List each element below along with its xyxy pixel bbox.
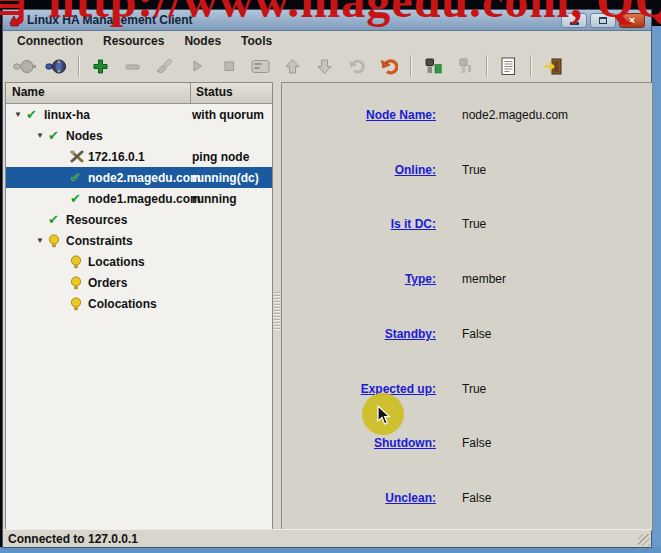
detail-row-online-: Online:True bbox=[282, 163, 652, 177]
detail-row-shutdown-: Shutdown:False bbox=[282, 436, 652, 450]
move-down-icon bbox=[316, 58, 333, 75]
tree-header[interactable]: Name Status bbox=[6, 83, 272, 104]
expander-icon[interactable]: ▼ bbox=[10, 110, 26, 119]
detail-value: True bbox=[462, 163, 486, 177]
cluster-tree-panel: Name Status ▼✔linux-hawith quorum▼✔Nodes… bbox=[5, 82, 273, 531]
detail-label-link[interactable]: Shutdown: bbox=[282, 436, 436, 450]
connect-button[interactable] bbox=[43, 53, 70, 79]
mouse-cursor-icon bbox=[377, 405, 391, 429]
title-bar[interactable]: Linux HA Management Client × bbox=[3, 10, 651, 31]
detail-value: False bbox=[462, 491, 491, 505]
tree-item-label: node2.magedu.com bbox=[88, 171, 201, 185]
detail-value: node2.magedu.com bbox=[462, 108, 568, 122]
undo-icon bbox=[348, 58, 365, 74]
connect-icon bbox=[45, 59, 69, 74]
menu-bar: ConnectionResourcesNodesTools bbox=[3, 31, 651, 51]
standby-button[interactable] bbox=[419, 53, 446, 79]
cleanup-icon bbox=[155, 58, 174, 74]
disconnect-button bbox=[11, 53, 38, 79]
main-area: Name Status ▼✔linux-hawith quorum▼✔Nodes… bbox=[3, 82, 651, 531]
panel-splitter[interactable] bbox=[273, 82, 281, 531]
tree-item-label: Resources bbox=[66, 213, 127, 227]
tree-row-resources[interactable]: ✔Resources bbox=[6, 209, 272, 230]
tree-row-locations[interactable]: Locations bbox=[6, 251, 272, 272]
bulb-icon bbox=[70, 276, 88, 290]
status-bar: Connected to 127.0.0.1 bbox=[3, 529, 651, 547]
tree-item-label: Colocations bbox=[88, 297, 157, 311]
close-icon: × bbox=[629, 15, 635, 26]
bulb-icon bbox=[48, 234, 66, 248]
detail-row-is-it-dc-: Is it DC:True bbox=[282, 217, 652, 231]
tree-item-label: Constraints bbox=[66, 234, 133, 248]
application-window: Linux HA Management Client × ConnectionR… bbox=[2, 9, 652, 548]
add-button[interactable] bbox=[87, 53, 114, 79]
standby-icon bbox=[424, 58, 442, 74]
tree-row-172-16-0-1[interactable]: 172.16.0.1ping node bbox=[6, 146, 272, 167]
detail-label-link[interactable]: Is it DC: bbox=[282, 217, 436, 231]
menu-connection[interactable]: Connection bbox=[7, 32, 93, 50]
menu-resources[interactable]: Resources bbox=[93, 32, 174, 50]
detail-label-link[interactable]: Unclean: bbox=[282, 491, 436, 505]
bulb-icon bbox=[70, 297, 88, 311]
toolbar bbox=[3, 50, 651, 83]
tree-row-constraints[interactable]: ▼Constraints bbox=[6, 230, 272, 251]
column-header-status[interactable]: Status bbox=[196, 85, 233, 99]
toolbar-separator bbox=[530, 55, 532, 77]
detail-row-unclean-: Unclean:False bbox=[282, 491, 652, 505]
detail-label-link[interactable]: Node Name: bbox=[282, 108, 436, 122]
detail-label-link[interactable]: Standby: bbox=[282, 327, 436, 341]
tree-row-nodes[interactable]: ▼✔Nodes bbox=[6, 125, 272, 146]
resize-grip[interactable] bbox=[638, 534, 650, 546]
expander-icon[interactable]: ▼ bbox=[32, 131, 48, 140]
add-icon bbox=[92, 58, 109, 75]
detail-row-type-: Type:member bbox=[282, 272, 652, 286]
close-button[interactable]: × bbox=[619, 13, 645, 28]
remove-icon bbox=[124, 58, 141, 75]
menu-nodes[interactable]: Nodes bbox=[174, 32, 231, 50]
tree-row-node2-magedu-com[interactable]: ✔node2.magedu.comrunning(dc) bbox=[6, 167, 272, 188]
detail-label-link[interactable]: Type: bbox=[282, 272, 436, 286]
revert-icon bbox=[380, 58, 398, 75]
tree-item-label: 172.16.0.1 bbox=[88, 150, 145, 164]
tree-item-label: node1.magedu.com bbox=[88, 192, 201, 206]
view-log-button[interactable] bbox=[495, 53, 522, 79]
revert-button[interactable] bbox=[375, 53, 402, 79]
tree-item-status: with quorum bbox=[192, 108, 264, 122]
tools-icon bbox=[70, 150, 88, 163]
detail-row-standby-: Standby:False bbox=[282, 327, 652, 341]
detail-value: member bbox=[462, 272, 506, 286]
minimize-button[interactable] bbox=[561, 13, 587, 28]
tree-row-linux-ha[interactable]: ▼✔linux-hawith quorum bbox=[6, 104, 272, 125]
column-divider[interactable] bbox=[190, 83, 191, 103]
check-icon: ✔ bbox=[70, 170, 88, 185]
check-icon: ✔ bbox=[26, 107, 44, 122]
default-icon bbox=[251, 59, 270, 74]
maximize-button[interactable] bbox=[590, 13, 616, 28]
activate-button bbox=[451, 53, 478, 79]
tree-item-label: Orders bbox=[88, 276, 127, 290]
detail-value: False bbox=[462, 436, 491, 450]
check-icon: ✔ bbox=[48, 128, 66, 143]
undo-button bbox=[343, 53, 370, 79]
detail-label-link[interactable]: Expected up: bbox=[282, 382, 436, 396]
tree-row-node1-magedu-com[interactable]: ✔node1.magedu.comrunning bbox=[6, 188, 272, 209]
tree-row-orders[interactable]: Orders bbox=[6, 272, 272, 293]
minimize-icon bbox=[570, 22, 579, 25]
activate-icon bbox=[457, 58, 473, 74]
check-icon: ✔ bbox=[48, 212, 66, 227]
tree-row-colocations[interactable]: Colocations bbox=[6, 293, 272, 314]
expander-icon[interactable]: ▼ bbox=[32, 236, 48, 245]
toolbar-separator bbox=[486, 55, 488, 77]
tree-item-status: ping node bbox=[192, 150, 249, 164]
exit-icon bbox=[543, 58, 562, 75]
stop-button bbox=[215, 53, 242, 79]
detail-label-link[interactable]: Online: bbox=[282, 163, 436, 177]
desktop-background bbox=[652, 26, 661, 553]
move-up-icon bbox=[284, 58, 301, 75]
column-header-name[interactable]: Name bbox=[12, 85, 45, 99]
cleanup-button bbox=[151, 53, 178, 79]
toolbar-separator bbox=[410, 55, 412, 77]
move-down-button bbox=[311, 53, 338, 79]
exit-button[interactable] bbox=[539, 53, 566, 79]
menu-tools[interactable]: Tools bbox=[231, 32, 282, 50]
